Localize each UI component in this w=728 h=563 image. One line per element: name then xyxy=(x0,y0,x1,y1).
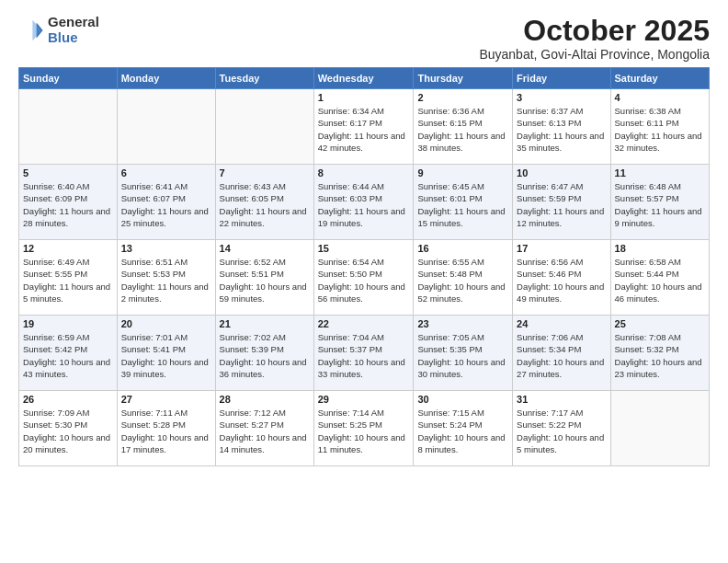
calendar-week-2: 5Sunrise: 6:40 AM Sunset: 6:09 PM Daylig… xyxy=(19,165,710,240)
title-block: October 2025 Buyanbat, Govi-Altai Provin… xyxy=(479,15,710,62)
page-container: General Blue October 2025 Buyanbat, Govi… xyxy=(0,0,728,476)
day-number: 3 xyxy=(517,92,606,103)
day-info: Sunrise: 6:48 AM Sunset: 5:57 PM Dayligh… xyxy=(615,180,705,229)
day-info: Sunrise: 7:15 AM Sunset: 5:24 PM Dayligh… xyxy=(417,407,508,455)
calendar-cell: 18Sunrise: 6:58 AM Sunset: 5:44 PM Dayli… xyxy=(610,240,709,316)
col-wednesday: Wednesday xyxy=(313,68,414,89)
calendar-cell: 9Sunrise: 6:45 AM Sunset: 6:01 PM Daylig… xyxy=(414,165,513,240)
col-friday: Friday xyxy=(513,68,610,89)
calendar-cell: 29Sunrise: 7:14 AM Sunset: 5:25 PM Dayli… xyxy=(313,391,414,466)
day-info: Sunrise: 6:51 AM Sunset: 5:53 PM Dayligh… xyxy=(121,256,211,304)
header: General Blue October 2025 Buyanbat, Govi… xyxy=(18,15,710,62)
day-number: 15 xyxy=(318,243,410,254)
day-info: Sunrise: 7:11 AM Sunset: 5:28 PM Dayligh… xyxy=(121,407,211,455)
day-info: Sunrise: 7:08 AM Sunset: 5:32 PM Dayligh… xyxy=(615,331,705,380)
day-number: 28 xyxy=(220,394,310,405)
day-number: 30 xyxy=(417,394,508,405)
day-number: 13 xyxy=(121,243,211,254)
day-number: 21 xyxy=(220,318,310,329)
location-subtitle: Buyanbat, Govi-Altai Province, Mongolia xyxy=(479,47,710,62)
calendar-cell: 14Sunrise: 6:52 AM Sunset: 5:51 PM Dayli… xyxy=(215,240,313,316)
day-number: 8 xyxy=(318,167,410,178)
calendar-cell: 27Sunrise: 7:11 AM Sunset: 5:28 PM Dayli… xyxy=(117,391,215,466)
day-info: Sunrise: 6:41 AM Sunset: 6:07 PM Dayligh… xyxy=(121,180,211,229)
day-number: 2 xyxy=(417,92,508,103)
calendar-cell: 13Sunrise: 6:51 AM Sunset: 5:53 PM Dayli… xyxy=(117,240,215,316)
logo: General Blue xyxy=(18,15,99,45)
day-number: 1 xyxy=(318,92,410,103)
day-info: Sunrise: 7:01 AM Sunset: 5:41 PM Dayligh… xyxy=(121,331,211,380)
day-number: 9 xyxy=(417,167,508,178)
calendar-cell xyxy=(610,391,709,466)
day-number: 22 xyxy=(318,318,410,329)
day-info: Sunrise: 6:45 AM Sunset: 6:01 PM Dayligh… xyxy=(417,180,508,229)
col-monday: Monday xyxy=(117,68,215,89)
calendar-cell: 12Sunrise: 6:49 AM Sunset: 5:55 PM Dayli… xyxy=(19,240,118,316)
calendar-week-4: 19Sunrise: 6:59 AM Sunset: 5:42 PM Dayli… xyxy=(19,316,710,391)
day-info: Sunrise: 6:44 AM Sunset: 6:03 PM Dayligh… xyxy=(318,180,410,229)
day-number: 16 xyxy=(417,243,508,254)
calendar-table: Sunday Monday Tuesday Wednesday Thursday… xyxy=(18,67,710,466)
col-thursday: Thursday xyxy=(414,68,513,89)
calendar-cell: 22Sunrise: 7:04 AM Sunset: 5:37 PM Dayli… xyxy=(313,316,414,391)
calendar-cell: 26Sunrise: 7:09 AM Sunset: 5:30 PM Dayli… xyxy=(19,391,118,466)
day-number: 27 xyxy=(121,394,211,405)
calendar-week-1: 1Sunrise: 6:34 AM Sunset: 6:17 PM Daylig… xyxy=(19,89,710,165)
logo-general-text: General xyxy=(48,15,99,30)
day-info: Sunrise: 6:52 AM Sunset: 5:51 PM Dayligh… xyxy=(220,256,310,304)
day-number: 23 xyxy=(417,318,508,329)
day-number: 19 xyxy=(23,318,113,329)
calendar-cell: 10Sunrise: 6:47 AM Sunset: 5:59 PM Dayli… xyxy=(513,165,610,240)
day-info: Sunrise: 7:12 AM Sunset: 5:27 PM Dayligh… xyxy=(220,407,310,455)
col-tuesday: Tuesday xyxy=(215,68,313,89)
calendar-cell xyxy=(19,89,118,165)
calendar-cell: 3Sunrise: 6:37 AM Sunset: 6:13 PM Daylig… xyxy=(513,89,610,165)
day-info: Sunrise: 6:37 AM Sunset: 6:13 PM Dayligh… xyxy=(517,105,606,154)
day-info: Sunrise: 7:17 AM Sunset: 5:22 PM Dayligh… xyxy=(517,407,606,455)
calendar-cell: 25Sunrise: 7:08 AM Sunset: 5:32 PM Dayli… xyxy=(610,316,709,391)
col-saturday: Saturday xyxy=(610,68,709,89)
day-number: 4 xyxy=(615,92,705,103)
day-info: Sunrise: 6:34 AM Sunset: 6:17 PM Dayligh… xyxy=(318,105,410,154)
day-number: 7 xyxy=(220,167,310,178)
day-info: Sunrise: 6:36 AM Sunset: 6:15 PM Dayligh… xyxy=(417,105,508,154)
calendar-cell: 2Sunrise: 6:36 AM Sunset: 6:15 PM Daylig… xyxy=(414,89,513,165)
day-number: 20 xyxy=(121,318,211,329)
calendar-cell: 4Sunrise: 6:38 AM Sunset: 6:11 PM Daylig… xyxy=(610,89,709,165)
day-info: Sunrise: 7:06 AM Sunset: 5:34 PM Dayligh… xyxy=(517,331,606,380)
logo-blue-text: Blue xyxy=(48,30,99,46)
calendar-cell: 15Sunrise: 6:54 AM Sunset: 5:50 PM Dayli… xyxy=(313,240,414,316)
day-number: 31 xyxy=(517,394,606,405)
day-info: Sunrise: 7:04 AM Sunset: 5:37 PM Dayligh… xyxy=(318,331,410,380)
calendar-week-5: 26Sunrise: 7:09 AM Sunset: 5:30 PM Dayli… xyxy=(19,391,710,466)
day-number: 11 xyxy=(615,167,705,178)
calendar-cell: 17Sunrise: 6:56 AM Sunset: 5:46 PM Dayli… xyxy=(513,240,610,316)
day-info: Sunrise: 6:54 AM Sunset: 5:50 PM Dayligh… xyxy=(318,256,410,304)
day-number: 29 xyxy=(318,394,410,405)
calendar-week-3: 12Sunrise: 6:49 AM Sunset: 5:55 PM Dayli… xyxy=(19,240,710,316)
day-number: 5 xyxy=(23,167,113,178)
day-info: Sunrise: 7:14 AM Sunset: 5:25 PM Dayligh… xyxy=(318,407,410,455)
day-number: 12 xyxy=(23,243,113,254)
day-number: 25 xyxy=(615,318,705,329)
calendar-cell: 23Sunrise: 7:05 AM Sunset: 5:35 PM Dayli… xyxy=(414,316,513,391)
calendar-cell: 6Sunrise: 6:41 AM Sunset: 6:07 PM Daylig… xyxy=(117,165,215,240)
day-info: Sunrise: 7:02 AM Sunset: 5:39 PM Dayligh… xyxy=(220,331,310,380)
calendar-cell: 19Sunrise: 6:59 AM Sunset: 5:42 PM Dayli… xyxy=(19,316,118,391)
col-sunday: Sunday xyxy=(19,68,118,89)
day-info: Sunrise: 6:43 AM Sunset: 6:05 PM Dayligh… xyxy=(220,180,310,229)
calendar-cell: 16Sunrise: 6:55 AM Sunset: 5:48 PM Dayli… xyxy=(414,240,513,316)
calendar-cell: 1Sunrise: 6:34 AM Sunset: 6:17 PM Daylig… xyxy=(313,89,414,165)
day-info: Sunrise: 6:56 AM Sunset: 5:46 PM Dayligh… xyxy=(517,256,606,304)
calendar-cell: 28Sunrise: 7:12 AM Sunset: 5:27 PM Dayli… xyxy=(215,391,313,466)
day-info: Sunrise: 6:47 AM Sunset: 5:59 PM Dayligh… xyxy=(517,180,606,229)
day-number: 17 xyxy=(517,243,606,254)
day-number: 14 xyxy=(220,243,310,254)
day-number: 18 xyxy=(615,243,705,254)
day-number: 10 xyxy=(517,167,606,178)
day-info: Sunrise: 6:40 AM Sunset: 6:09 PM Dayligh… xyxy=(23,180,113,229)
calendar-cell: 11Sunrise: 6:48 AM Sunset: 5:57 PM Dayli… xyxy=(610,165,709,240)
day-info: Sunrise: 6:38 AM Sunset: 6:11 PM Dayligh… xyxy=(615,105,705,154)
calendar-cell: 5Sunrise: 6:40 AM Sunset: 6:09 PM Daylig… xyxy=(19,165,118,240)
calendar-cell: 31Sunrise: 7:17 AM Sunset: 5:22 PM Dayli… xyxy=(513,391,610,466)
